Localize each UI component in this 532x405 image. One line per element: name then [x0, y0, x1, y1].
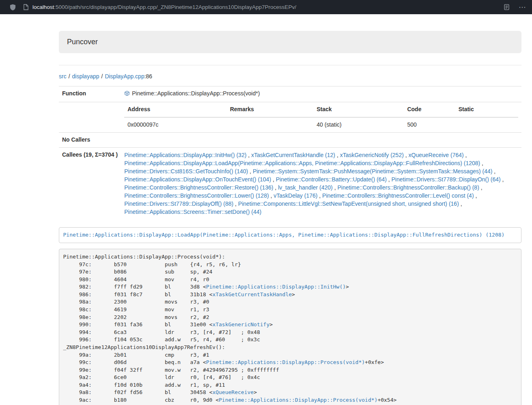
callees-label: Callees (19, Σ=3704 ): [59, 147, 121, 219]
breadcrumb-link-file[interactable]: DisplayApp.cpp: [105, 73, 144, 80]
page-title: Puncover: [67, 37, 98, 47]
url-path: :5000/path/src/displayapp/DisplayApp.cpp…: [54, 4, 296, 10]
symbol-link[interactable]: Pinetime::Applications::DisplayApp::Proc…: [219, 397, 377, 403]
callee-link[interactable]: vTaskDelay (176): [274, 192, 317, 199]
disassembly: Pinetime::Applications::DisplayApp::Proc…: [59, 249, 521, 405]
callees-row: Callees (19, Σ=3704 ) Pinetime::Applicat…: [59, 147, 521, 219]
breadcrumb: src/displayapp/DisplayApp.cpp:86: [59, 73, 521, 81]
reader-mode-icon[interactable]: [504, 4, 510, 10]
url-text[interactable]: localhost:5000/path/src/displayapp/Displ…: [32, 3, 499, 11]
app-title-panel: Puncover: [59, 31, 521, 53]
stats-table: Address Remarks Stack Code Static 0x0000…: [124, 102, 518, 132]
callee-link[interactable]: Pinetime::Controllers::BrightnessControl…: [337, 184, 479, 191]
url-host: localhost: [32, 4, 54, 10]
shield-icon[interactable]: [10, 4, 16, 11]
col-header-remarks: Remarks: [227, 102, 314, 117]
function-name: Pinetime::Applications::DisplayApp::Proc…: [132, 90, 260, 97]
symbol-link[interactable]: Pinetime::Applications::DisplayApp::Init…: [206, 284, 346, 290]
symbol-link[interactable]: xQueueReceive: [212, 389, 254, 395]
function-row-label: Function: [59, 86, 121, 102]
breadcrumb-separator: /: [101, 73, 103, 80]
callee-link[interactable]: Pinetime::Components::LittleVgl::SetNewT…: [238, 200, 459, 207]
breadcrumb-link-displayapp[interactable]: displayapp: [72, 73, 99, 80]
col-header-stack: Stack: [313, 102, 404, 117]
callees-list: Pinetime::Applications::DisplayApp::Init…: [121, 147, 521, 219]
stat-code: 500: [404, 117, 455, 132]
callee-link[interactable]: Pinetime::Applications::DisplayApp::Load…: [124, 160, 480, 166]
callee-link[interactable]: lv_task_handler (420): [278, 184, 333, 191]
stats-row: Address Remarks Stack Code Static 0x0000…: [59, 102, 521, 132]
callee-link[interactable]: Pinetime::Applications::Screens::Timer::…: [124, 209, 261, 215]
callee-link[interactable]: Pinetime::Controllers::Battery::Update()…: [276, 176, 387, 183]
breadcrumb-line-number: :86: [144, 73, 152, 80]
function-icon: [124, 90, 130, 99]
col-header-address: Address: [124, 102, 226, 117]
callee-link[interactable]: xTaskGenericNotify (252): [340, 152, 404, 158]
function-row: Function Pinetime::Applications::Display…: [59, 86, 521, 102]
stat-static: [455, 117, 518, 132]
callee-link[interactable]: Pinetime::Drivers::St7789::DisplayOn() (…: [392, 176, 501, 183]
callee-link[interactable]: Pinetime::Applications::DisplayApp::OnTo…: [124, 176, 271, 183]
symbol-link[interactable]: xTaskGenericNotify: [212, 321, 269, 327]
callee-link[interactable]: Pinetime::Controllers::BrightnessControl…: [124, 192, 269, 199]
function-table: Function Pinetime::Applications::Display…: [59, 86, 521, 219]
callee-link[interactable]: xTaskGetCurrentTaskHandle (12): [251, 152, 335, 158]
menu-icon[interactable]: ⋯: [519, 4, 526, 11]
callee-detail-box: Pinetime::Applications::DisplayApp::Load…: [59, 227, 521, 243]
page-container: Puncover src/displayapp/DisplayApp.cpp:8…: [59, 31, 521, 405]
stats-value-row: 0x0000097c 40 (static) 500: [124, 117, 518, 132]
stat-stack: 40 (static): [313, 117, 404, 132]
page-icon[interactable]: [23, 4, 28, 10]
no-callers-row: No Callers: [59, 132, 521, 147]
callee-link[interactable]: Pinetime::System::SystemTask::PushMessag…: [253, 168, 493, 174]
symbol-link[interactable]: Pinetime::Applications::DisplayApp::Proc…: [206, 359, 365, 365]
stat-address: 0x0000097c: [124, 117, 226, 132]
symbol-link[interactable]: xTaskGetCurrentTaskHandle: [212, 291, 292, 297]
divider: [59, 65, 521, 65]
stat-remarks: [227, 117, 314, 132]
col-header-code: Code: [404, 102, 455, 117]
no-callers-label: No Callers: [59, 132, 121, 147]
callee-link[interactable]: Pinetime::Applications::DisplayApp::Init…: [124, 152, 246, 158]
callee-link[interactable]: Pinetime::Drivers::St7789::DisplayOff() …: [124, 200, 233, 207]
breadcrumb-link-src[interactable]: src: [59, 73, 67, 80]
breadcrumb-separator: /: [69, 73, 70, 80]
callee-link[interactable]: Pinetime::Controllers::BrightnessControl…: [322, 192, 474, 199]
col-header-static: Static: [455, 102, 518, 117]
browser-bar: localhost:5000/path/src/displayapp/Displ…: [0, 0, 532, 14]
callee-link[interactable]: Pinetime::Drivers::Cst816S::GetTouchInfo…: [124, 168, 248, 174]
callee-link[interactable]: xQueueReceive (764): [409, 152, 464, 158]
callee-link[interactable]: Pinetime::Controllers::BrightnessControl…: [124, 184, 273, 191]
stats-header-row: Address Remarks Stack Code Static: [124, 102, 518, 117]
callee-detail-link[interactable]: Pinetime::Applications::DisplayApp::Load…: [63, 232, 505, 238]
